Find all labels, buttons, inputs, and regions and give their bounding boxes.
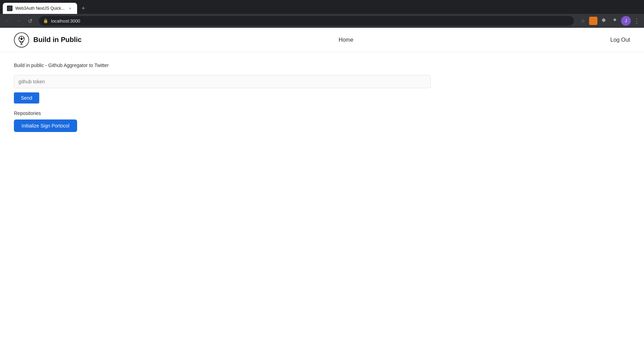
address-bar[interactable]: 🔒 localhost:3000 (39, 16, 574, 26)
more-menu-button[interactable]: ⋮ (632, 16, 641, 26)
repositories-label: Repositories (14, 110, 630, 116)
nav-links: Home (339, 37, 354, 43)
forward-button[interactable]: → (14, 16, 24, 26)
tab-favicon (7, 6, 13, 11)
page-subtitle: Build in public - Github Aggregator to T… (14, 63, 630, 68)
new-tab-button[interactable]: + (79, 3, 88, 13)
reload-button[interactable]: ↺ (25, 16, 35, 26)
nav-right: Log Out (610, 37, 630, 43)
app-content: Build in Public Home Log Out Build in pu… (0, 28, 644, 364)
lock-icon: 🔒 (43, 18, 48, 23)
nav-bar: Build in Public Home Log Out (0, 28, 644, 52)
browser-chrome: Web3Auth NextJS Quick... × + ← → ↺ 🔒 loc… (0, 0, 644, 28)
send-button[interactable]: Send (14, 92, 39, 104)
extensions-button[interactable] (599, 16, 609, 26)
github-token-input[interactable] (14, 75, 431, 88)
tab-bar-left: Web3Auth NextJS Quick... × + (3, 3, 88, 14)
toolbar-right: ☆ (578, 16, 641, 26)
home-nav-link[interactable]: Home (339, 37, 354, 43)
back-button[interactable]: ← (3, 16, 13, 26)
initialize-sign-protocol-button[interactable]: Initialize Sign Portocol (14, 119, 77, 132)
profile-button[interactable]: J (621, 16, 631, 26)
extensions-puzzle-button[interactable] (610, 16, 620, 26)
active-tab[interactable]: Web3Auth NextJS Quick... × (3, 3, 77, 14)
brand-name: Build in Public (33, 36, 82, 44)
tab-close-button[interactable]: × (67, 6, 73, 11)
brand-logo (14, 32, 29, 48)
address-text: localhost:3000 (51, 18, 570, 24)
tab-title: Web3Auth NextJS Quick... (15, 6, 65, 11)
logout-nav-link[interactable]: Log Out (610, 37, 630, 43)
nav-brand: Build in Public (14, 32, 82, 48)
svg-point-5 (20, 38, 23, 40)
metamask-icon[interactable] (589, 17, 597, 25)
browser-toolbar: ← → ↺ 🔒 localhost:3000 ☆ (0, 14, 644, 28)
main-content: Build in public - Github Aggregator to T… (0, 52, 644, 142)
bookmark-button[interactable]: ☆ (578, 16, 588, 26)
tab-bar: Web3Auth NextJS Quick... × + (0, 0, 644, 14)
